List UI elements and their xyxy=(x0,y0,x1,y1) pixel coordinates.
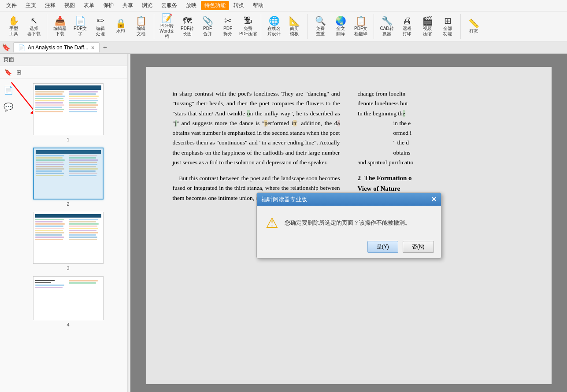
dialog-title-bar: 福昕阅读器专业版 ✕ xyxy=(257,193,441,206)
video-compress-label: 视频压缩 xyxy=(423,26,432,37)
print-label: 打宽 xyxy=(469,29,478,34)
tab-bar: 🔖 📄 An Analysis on The Daff... × + xyxy=(0,41,567,54)
menu-help[interactable]: 帮助 xyxy=(248,1,268,10)
hand-tool-btn[interactable]: ✋ 手型工具 xyxy=(4,15,24,38)
pdf-compress-btn[interactable]: 🗜 免费PDF压缩 xyxy=(238,15,258,38)
menu-form[interactable]: 表单 xyxy=(79,1,99,10)
all-features-icon: ⊞ xyxy=(444,16,452,25)
tab-doc-icon: 📄 xyxy=(18,44,25,51)
pdf-to-word-btn[interactable]: 📝 PDF转Word文档 xyxy=(157,15,177,38)
menu-file[interactable]: 文件 xyxy=(2,1,21,10)
comment-icon[interactable]: 💬 xyxy=(2,100,15,114)
online-design-label: 在线名片设计 xyxy=(267,26,281,37)
watermark-label: 水印 xyxy=(116,29,125,34)
dialog-cancel-btn[interactable]: 否(N) xyxy=(403,241,434,253)
select-tool-btn[interactable]: ↖ 选择器下载 xyxy=(24,15,44,38)
pdf-text-label: PDF文字 xyxy=(74,26,87,37)
pdf-split-label: PDF拆分 xyxy=(223,26,232,37)
dialog-title: 福昕阅读器专业版 xyxy=(261,196,307,203)
thumbnail-page-1[interactable]: 1 xyxy=(33,83,104,142)
pdf-text-btn[interactable]: 📄 PDF文字 xyxy=(70,15,90,38)
tool-group-3: 📝 PDF转Word文档 🗺 PDF转长图 📎 PDF合并 ✂ PDF拆分 🗜 … xyxy=(157,14,261,39)
select-tool-label: 选择器下载 xyxy=(27,26,41,37)
dialog-footer: 是(Y) 否(N) xyxy=(257,237,441,258)
edit-doc-btn[interactable]: 📋 编辑文档 xyxy=(131,15,151,38)
thumbnail-page-4[interactable]: 4 xyxy=(33,276,104,327)
menu-share[interactable]: 共享 xyxy=(118,1,137,10)
pdf-to-word-label: PDF转Word文档 xyxy=(158,23,176,39)
edit-process-icon: ✏ xyxy=(97,16,104,25)
current-tab[interactable]: 📄 An Analysis on The Daff... × xyxy=(13,42,100,52)
dialog-confirm-btn[interactable]: 是(Y) xyxy=(367,241,398,253)
bookmark-area[interactable]: 🔖 xyxy=(2,43,11,52)
pdf-translate-btn[interactable]: 📋 PDF文档翻译 xyxy=(351,15,371,38)
resume-btn[interactable]: 📐 简历模板 xyxy=(284,15,304,38)
remote-print-label: 远程打印 xyxy=(403,26,411,37)
pdf-translate-label: PDF文档翻译 xyxy=(354,26,367,37)
menu-bar: 文件 主页 注释 视图 表单 保护 共享 浏览 云服务 放映 特色功能 转换 帮… xyxy=(0,0,567,11)
video-compress-btn[interactable]: 🎬 视频压缩 xyxy=(417,15,437,38)
menu-annotate[interactable]: 注释 xyxy=(41,1,60,10)
tab-close-btn[interactable]: × xyxy=(91,44,95,51)
print-wide-btn[interactable]: 📏 打宽 xyxy=(463,15,484,38)
pdf-split-btn[interactable]: ✂ PDF拆分 xyxy=(218,15,238,38)
cad-icon: 🔧 xyxy=(382,16,393,25)
menu-home[interactable]: 主页 xyxy=(21,1,41,10)
pdf-compress-label: 免费PDF压缩 xyxy=(239,26,257,37)
sidebar-bookmark-icon[interactable]: 🔖 xyxy=(4,68,13,77)
menu-cloud[interactable]: 云服务 xyxy=(157,1,182,10)
remote-print-btn[interactable]: 🖨 远程打印 xyxy=(397,15,417,38)
page-3-num: 3 xyxy=(67,266,69,271)
dialog-body: ⚠ 您确定要删除所选定的页面？该操作不能被撤消。 xyxy=(257,206,441,237)
thumbnail-page-3[interactable]: 3 xyxy=(33,212,104,271)
menu-view[interactable]: 视图 xyxy=(60,1,79,10)
check-dup-btn[interactable]: 🔍 免费查重 xyxy=(310,15,330,38)
menu-play[interactable]: 放映 xyxy=(182,1,201,10)
cad-label: CAD转换器 xyxy=(380,26,393,37)
hand-tool-label: 手型工具 xyxy=(9,26,18,37)
new-tab-btn[interactable]: + xyxy=(101,44,109,52)
watermark-btn[interactable]: 🔒 水印 xyxy=(111,15,131,38)
thumbnail-page-2[interactable]: 2 xyxy=(33,148,104,207)
edit-process-btn[interactable]: ✏ 编辑处理 xyxy=(90,15,111,38)
check-dup-label: 免费查重 xyxy=(316,26,325,37)
menu-protect[interactable]: 保护 xyxy=(99,1,118,10)
pdf-merge-icon: 📎 xyxy=(202,16,213,25)
pdf-to-img-icon: 🗺 xyxy=(183,16,192,25)
pdf-translate-icon: 📋 xyxy=(356,16,367,25)
edit-doc-icon: 📋 xyxy=(136,16,147,25)
bookmark-icon: 🔖 xyxy=(2,43,11,52)
toolbar: ✋ 手型工具 ↖ 选择器下载 📥 编辑器下载 📄 PDF文字 ✏ 编辑处理 🔒 … xyxy=(0,11,567,41)
menu-special[interactable]: 特色功能 xyxy=(201,1,229,10)
sidebar: 页面 🔖 ⊞ 📄 💬 xyxy=(0,54,128,392)
tool-group-5: 🔍 免费查重 🌏 全文翻译 📋 PDF文档翻译 xyxy=(310,14,374,39)
hand-icon: ✋ xyxy=(8,16,19,25)
pdf-to-img-btn[interactable]: 🗺 PDF转长图 xyxy=(177,15,197,38)
sidebar-layout-icon[interactable]: ⊞ xyxy=(15,68,22,77)
online-design-btn[interactable]: 🌐 在线名片设计 xyxy=(264,15,284,38)
menu-convert[interactable]: 转换 xyxy=(229,1,248,10)
sidebar-header: 页面 xyxy=(0,54,127,66)
print-icon: 📏 xyxy=(468,19,479,28)
page-1-num: 1 xyxy=(67,137,69,142)
select-icon: ↖ xyxy=(30,16,38,25)
menu-browse[interactable]: 浏览 xyxy=(137,1,157,10)
edit-doc-label: 编辑文档 xyxy=(137,26,145,37)
edit-tool-btn[interactable]: 📥 编辑器下载 xyxy=(50,15,70,38)
tool-group-1: ✋ 手型工具 ↖ 选择器下载 xyxy=(4,14,47,39)
page-icon[interactable]: 📄 xyxy=(2,84,15,97)
translate-btn[interactable]: 🌏 全文翻译 xyxy=(330,15,351,38)
page-2-num: 2 xyxy=(67,201,69,207)
warning-icon: ⚠ xyxy=(266,214,278,231)
cad-convert-btn[interactable]: 🔧 CAD转换器 xyxy=(377,15,397,38)
all-features-btn[interactable]: ⊞ 全部功能 xyxy=(437,15,458,38)
tool-group-4: 🌐 在线名片设计 📐 简历模板 xyxy=(264,14,308,39)
pdf-text-icon: 📄 xyxy=(75,16,86,25)
dialog-close-btn[interactable]: ✕ xyxy=(431,195,437,203)
check-dup-icon: 🔍 xyxy=(315,16,326,25)
online-design-icon: 🌐 xyxy=(269,16,280,25)
pdf-merge-btn[interactable]: 📎 PDF合并 xyxy=(197,15,218,38)
resume-label: 简历模板 xyxy=(290,26,299,37)
edit-tool-label: 编辑器下载 xyxy=(53,26,67,37)
pdf-content-area: in sharp contrast with the poet's loneli… xyxy=(130,54,567,392)
